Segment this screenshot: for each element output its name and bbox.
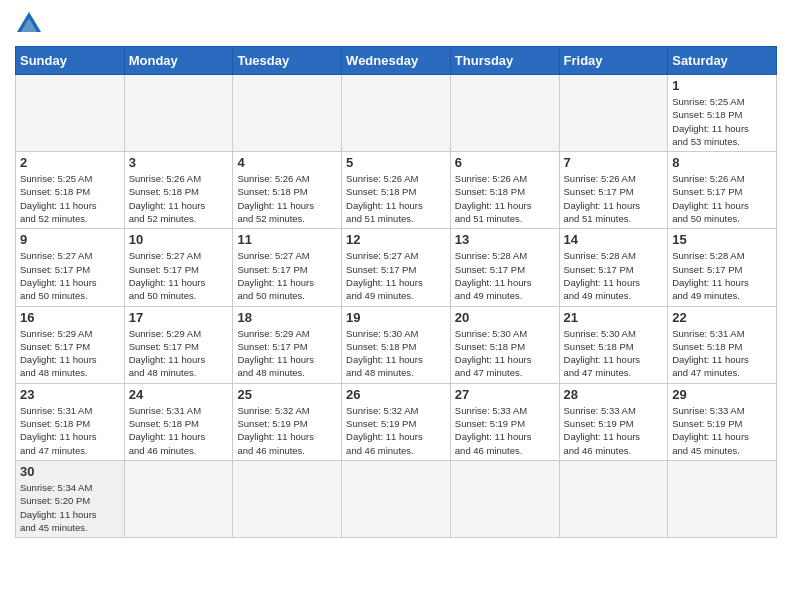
day-number: 9 xyxy=(20,232,120,247)
day-number: 12 xyxy=(346,232,446,247)
weekday-header-monday: Monday xyxy=(124,47,233,75)
week-row-5: 23Sunrise: 5:31 AM Sunset: 5:18 PM Dayli… xyxy=(16,383,777,460)
day-number: 20 xyxy=(455,310,555,325)
weekday-header-thursday: Thursday xyxy=(450,47,559,75)
calendar-cell: 25Sunrise: 5:32 AM Sunset: 5:19 PM Dayli… xyxy=(233,383,342,460)
calendar-cell: 27Sunrise: 5:33 AM Sunset: 5:19 PM Dayli… xyxy=(450,383,559,460)
calendar-cell: 3Sunrise: 5:26 AM Sunset: 5:18 PM Daylig… xyxy=(124,152,233,229)
calendar-cell: 9Sunrise: 5:27 AM Sunset: 5:17 PM Daylig… xyxy=(16,229,125,306)
day-info: Sunrise: 5:32 AM Sunset: 5:19 PM Dayligh… xyxy=(346,404,446,457)
day-number: 8 xyxy=(672,155,772,170)
calendar-cell: 19Sunrise: 5:30 AM Sunset: 5:18 PM Dayli… xyxy=(342,306,451,383)
day-number: 14 xyxy=(564,232,664,247)
calendar-cell: 8Sunrise: 5:26 AM Sunset: 5:17 PM Daylig… xyxy=(668,152,777,229)
day-info: Sunrise: 5:34 AM Sunset: 5:20 PM Dayligh… xyxy=(20,481,120,534)
day-info: Sunrise: 5:26 AM Sunset: 5:17 PM Dayligh… xyxy=(672,172,772,225)
calendar-cell: 17Sunrise: 5:29 AM Sunset: 5:17 PM Dayli… xyxy=(124,306,233,383)
day-info: Sunrise: 5:29 AM Sunset: 5:17 PM Dayligh… xyxy=(129,327,229,380)
calendar-cell: 22Sunrise: 5:31 AM Sunset: 5:18 PM Dayli… xyxy=(668,306,777,383)
day-number: 13 xyxy=(455,232,555,247)
calendar-cell xyxy=(450,460,559,537)
day-info: Sunrise: 5:27 AM Sunset: 5:17 PM Dayligh… xyxy=(20,249,120,302)
day-number: 5 xyxy=(346,155,446,170)
page: SundayMondayTuesdayWednesdayThursdayFrid… xyxy=(0,0,792,548)
day-number: 22 xyxy=(672,310,772,325)
day-number: 2 xyxy=(20,155,120,170)
calendar-cell: 21Sunrise: 5:30 AM Sunset: 5:18 PM Dayli… xyxy=(559,306,668,383)
day-number: 11 xyxy=(237,232,337,247)
calendar-cell: 5Sunrise: 5:26 AM Sunset: 5:18 PM Daylig… xyxy=(342,152,451,229)
day-number: 26 xyxy=(346,387,446,402)
day-number: 19 xyxy=(346,310,446,325)
calendar-cell: 29Sunrise: 5:33 AM Sunset: 5:19 PM Dayli… xyxy=(668,383,777,460)
logo-icon xyxy=(15,10,43,38)
day-number: 28 xyxy=(564,387,664,402)
day-info: Sunrise: 5:26 AM Sunset: 5:18 PM Dayligh… xyxy=(129,172,229,225)
header xyxy=(15,10,777,38)
day-info: Sunrise: 5:33 AM Sunset: 5:19 PM Dayligh… xyxy=(564,404,664,457)
day-number: 23 xyxy=(20,387,120,402)
day-number: 24 xyxy=(129,387,229,402)
calendar-cell: 4Sunrise: 5:26 AM Sunset: 5:18 PM Daylig… xyxy=(233,152,342,229)
day-info: Sunrise: 5:30 AM Sunset: 5:18 PM Dayligh… xyxy=(455,327,555,380)
day-number: 27 xyxy=(455,387,555,402)
weekday-header-sunday: Sunday xyxy=(16,47,125,75)
week-row-3: 9Sunrise: 5:27 AM Sunset: 5:17 PM Daylig… xyxy=(16,229,777,306)
day-info: Sunrise: 5:27 AM Sunset: 5:17 PM Dayligh… xyxy=(346,249,446,302)
weekday-header-friday: Friday xyxy=(559,47,668,75)
day-info: Sunrise: 5:33 AM Sunset: 5:19 PM Dayligh… xyxy=(672,404,772,457)
day-info: Sunrise: 5:28 AM Sunset: 5:17 PM Dayligh… xyxy=(455,249,555,302)
calendar-cell xyxy=(233,75,342,152)
day-info: Sunrise: 5:31 AM Sunset: 5:18 PM Dayligh… xyxy=(672,327,772,380)
day-number: 1 xyxy=(672,78,772,93)
calendar-cell: 18Sunrise: 5:29 AM Sunset: 5:17 PM Dayli… xyxy=(233,306,342,383)
day-number: 15 xyxy=(672,232,772,247)
day-number: 4 xyxy=(237,155,337,170)
calendar-cell: 23Sunrise: 5:31 AM Sunset: 5:18 PM Dayli… xyxy=(16,383,125,460)
day-info: Sunrise: 5:33 AM Sunset: 5:19 PM Dayligh… xyxy=(455,404,555,457)
calendar-cell: 24Sunrise: 5:31 AM Sunset: 5:18 PM Dayli… xyxy=(124,383,233,460)
calendar-cell xyxy=(668,460,777,537)
calendar-cell xyxy=(16,75,125,152)
day-info: Sunrise: 5:29 AM Sunset: 5:17 PM Dayligh… xyxy=(20,327,120,380)
calendar-cell xyxy=(124,75,233,152)
calendar-cell: 20Sunrise: 5:30 AM Sunset: 5:18 PM Dayli… xyxy=(450,306,559,383)
weekday-header-row: SundayMondayTuesdayWednesdayThursdayFrid… xyxy=(16,47,777,75)
calendar-cell: 1Sunrise: 5:25 AM Sunset: 5:18 PM Daylig… xyxy=(668,75,777,152)
calendar-cell: 14Sunrise: 5:28 AM Sunset: 5:17 PM Dayli… xyxy=(559,229,668,306)
day-info: Sunrise: 5:32 AM Sunset: 5:19 PM Dayligh… xyxy=(237,404,337,457)
day-number: 3 xyxy=(129,155,229,170)
calendar-cell: 13Sunrise: 5:28 AM Sunset: 5:17 PM Dayli… xyxy=(450,229,559,306)
calendar-cell xyxy=(124,460,233,537)
calendar-cell: 11Sunrise: 5:27 AM Sunset: 5:17 PM Dayli… xyxy=(233,229,342,306)
calendar-cell: 12Sunrise: 5:27 AM Sunset: 5:17 PM Dayli… xyxy=(342,229,451,306)
day-info: Sunrise: 5:31 AM Sunset: 5:18 PM Dayligh… xyxy=(20,404,120,457)
day-info: Sunrise: 5:26 AM Sunset: 5:17 PM Dayligh… xyxy=(564,172,664,225)
calendar-cell: 6Sunrise: 5:26 AM Sunset: 5:18 PM Daylig… xyxy=(450,152,559,229)
calendar-cell xyxy=(450,75,559,152)
day-number: 6 xyxy=(455,155,555,170)
calendar-cell: 28Sunrise: 5:33 AM Sunset: 5:19 PM Dayli… xyxy=(559,383,668,460)
day-info: Sunrise: 5:26 AM Sunset: 5:18 PM Dayligh… xyxy=(346,172,446,225)
day-info: Sunrise: 5:28 AM Sunset: 5:17 PM Dayligh… xyxy=(564,249,664,302)
day-info: Sunrise: 5:30 AM Sunset: 5:18 PM Dayligh… xyxy=(346,327,446,380)
weekday-header-tuesday: Tuesday xyxy=(233,47,342,75)
day-info: Sunrise: 5:25 AM Sunset: 5:18 PM Dayligh… xyxy=(672,95,772,148)
calendar-cell xyxy=(342,75,451,152)
calendar-cell xyxy=(559,460,668,537)
calendar-cell: 30Sunrise: 5:34 AM Sunset: 5:20 PM Dayli… xyxy=(16,460,125,537)
calendar-cell: 15Sunrise: 5:28 AM Sunset: 5:17 PM Dayli… xyxy=(668,229,777,306)
day-number: 17 xyxy=(129,310,229,325)
day-number: 30 xyxy=(20,464,120,479)
calendar-cell: 2Sunrise: 5:25 AM Sunset: 5:18 PM Daylig… xyxy=(16,152,125,229)
day-number: 18 xyxy=(237,310,337,325)
calendar-cell xyxy=(342,460,451,537)
calendar-cell: 7Sunrise: 5:26 AM Sunset: 5:17 PM Daylig… xyxy=(559,152,668,229)
calendar-cell: 26Sunrise: 5:32 AM Sunset: 5:19 PM Dayli… xyxy=(342,383,451,460)
day-number: 21 xyxy=(564,310,664,325)
day-info: Sunrise: 5:29 AM Sunset: 5:17 PM Dayligh… xyxy=(237,327,337,380)
weekday-header-saturday: Saturday xyxy=(668,47,777,75)
calendar-table: SundayMondayTuesdayWednesdayThursdayFrid… xyxy=(15,46,777,538)
weekday-header-wednesday: Wednesday xyxy=(342,47,451,75)
calendar-cell xyxy=(233,460,342,537)
